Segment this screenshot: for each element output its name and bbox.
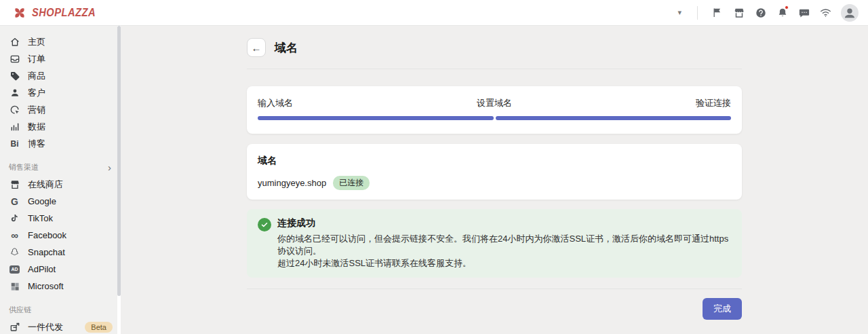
brand-wordmark: SHOPLAZZA (32, 7, 96, 19)
step-labels: 输入域名 设置域名 验证连接 (258, 97, 731, 109)
page-title: 域名 (275, 40, 298, 56)
customers-icon (9, 87, 20, 98)
analytics-bars-icon (9, 121, 20, 132)
tiktok-icon (9, 212, 20, 224)
snapchat-ghost-icon (9, 246, 20, 258)
sidebar-item-label: 在线商店 (28, 179, 63, 191)
sidebar-item-label: AdPilot (28, 264, 56, 274)
sidebar-item-blog[interactable]: Bi 博客 (0, 135, 121, 152)
topbar-actions: ▾ (677, 4, 859, 22)
notification-dot (785, 5, 789, 10)
footer-divider (247, 289, 742, 289)
sidebar-item-dropshipping[interactable]: 一件代发 Beta (0, 318, 121, 334)
domain-card: 域名 yumingyeye.shop 已连接 (247, 144, 742, 200)
sidebar-item-analytics[interactable]: 数据 (0, 118, 121, 135)
done-button[interactable]: 完成 (703, 298, 742, 320)
sidebar-item-orders[interactable]: 订单 (0, 50, 121, 67)
google-icon: G (9, 196, 20, 207)
sidebar-item-label: Facebook (28, 230, 66, 240)
success-line-1: 你的域名已经可以访问，但会提示链接不安全。我们将在24小时内为你激活SSL证书，… (277, 233, 731, 257)
sidebar-item-label: 数据 (28, 121, 45, 133)
sidebar-item-adpilot[interactable]: AD AdPilot (0, 261, 121, 278)
step-verify-connection: 验证连接 (696, 97, 731, 109)
domain-card-title: 域名 (258, 155, 731, 167)
shoplazza-pinwheel-icon (12, 5, 27, 20)
account-avatar[interactable] (841, 4, 859, 22)
back-arrow-icon: ← (252, 42, 262, 54)
blog-icon: Bi (9, 138, 20, 149)
dropship-box-icon (9, 321, 20, 333)
sidebar-item-label: 主页 (28, 36, 45, 48)
sidebar-item-label: 客户 (28, 87, 45, 99)
sidebar-section-supply-chain: 供应链 (0, 301, 121, 318)
sidebar-item-microsoft[interactable]: Microsoft (0, 278, 121, 295)
back-button[interactable]: ← (247, 38, 266, 57)
orders-icon (9, 53, 20, 64)
sidebar-item-online-store[interactable]: 在线商店 (0, 176, 121, 193)
step-set-domain: 设置域名 (477, 97, 512, 109)
section-header-label: 供应链 (9, 305, 31, 315)
flag-icon[interactable] (711, 6, 724, 19)
domain-name: yumingyeye.shop (258, 178, 326, 188)
page-header: ← 域名 (247, 26, 742, 57)
success-banner: 连接成功 你的域名已经可以访问，但会提示链接不安全。我们将在24小时内为你激活S… (247, 209, 742, 278)
network-wifi-icon[interactable] (819, 6, 832, 19)
products-tag-icon (9, 70, 20, 81)
sidebar-item-label: Microsoft (28, 281, 64, 291)
sidebar-item-customers[interactable]: 客户 (0, 84, 121, 101)
store-dropdown-caret-icon[interactable]: ▾ (677, 8, 682, 17)
sidebar-item-label: TikTok (28, 213, 53, 223)
progress-segment-1 (258, 116, 494, 120)
topbar-divider (697, 6, 698, 20)
sidebar-item-snapchat[interactable]: Snapchat (0, 244, 121, 261)
home-icon (9, 36, 20, 48)
progress-segment-2 (496, 116, 732, 120)
sidebar-item-marketing[interactable]: 营销 (0, 101, 121, 118)
sidebar-item-google[interactable]: G Google (0, 193, 121, 210)
chat-icon[interactable] (797, 6, 810, 19)
shoplazza-logo[interactable]: SHOPLAZZA (12, 5, 101, 20)
header-divider (247, 69, 742, 69)
progress-bar (258, 116, 731, 120)
sidebar-item-label: 商品 (28, 70, 45, 82)
success-title: 连接成功 (277, 217, 731, 229)
steps-card: 输入域名 设置域名 验证连接 (247, 86, 742, 134)
microsoft-icon (9, 280, 20, 292)
success-check-icon (258, 218, 271, 231)
step-enter-domain: 输入域名 (258, 97, 293, 109)
help-icon[interactable] (754, 6, 767, 19)
meta-icon: ∞ (9, 229, 20, 241)
connected-status-badge: 已连接 (333, 176, 370, 190)
sidebar-item-label: Snapchat (28, 247, 65, 257)
section-header-label: 销售渠道 (9, 162, 39, 172)
chevron-right-icon[interactable]: › (108, 162, 111, 172)
main-content: ← 域名 输入域名 设置域名 验证连接 域名 yumingyeye.shop 已… (121, 26, 868, 334)
topbar: SHOPLAZZA ▾ (0, 0, 868, 26)
sidebar-item-home[interactable]: 主页 (0, 33, 121, 50)
sidebar-item-products[interactable]: 商品 (0, 67, 121, 84)
notifications-bell-icon[interactable] (776, 6, 789, 19)
sidebar-item-tiktok[interactable]: TikTok (0, 210, 121, 227)
marketing-icon (9, 104, 20, 115)
sidebar-section-sales-channels: 销售渠道 › (0, 159, 121, 176)
sidebar: 主页 订单 商品 客户 (0, 26, 121, 334)
sidebar-item-facebook[interactable]: ∞ Facebook (0, 227, 121, 244)
sidebar-item-label: Google (28, 196, 56, 206)
success-line-2: 超过24小时未激活SSL证书请联系在线客服支持。 (277, 257, 731, 270)
storefront-icon (9, 179, 20, 190)
storefront-icon[interactable] (732, 6, 745, 19)
sidebar-item-label: 一件代发 (28, 321, 63, 333)
beta-badge: Beta (85, 322, 113, 333)
sidebar-item-label: 博客 (28, 138, 45, 150)
adpilot-icon: AD (9, 263, 20, 275)
sidebar-item-label: 订单 (28, 53, 45, 65)
sidebar-item-label: 营销 (28, 104, 45, 116)
